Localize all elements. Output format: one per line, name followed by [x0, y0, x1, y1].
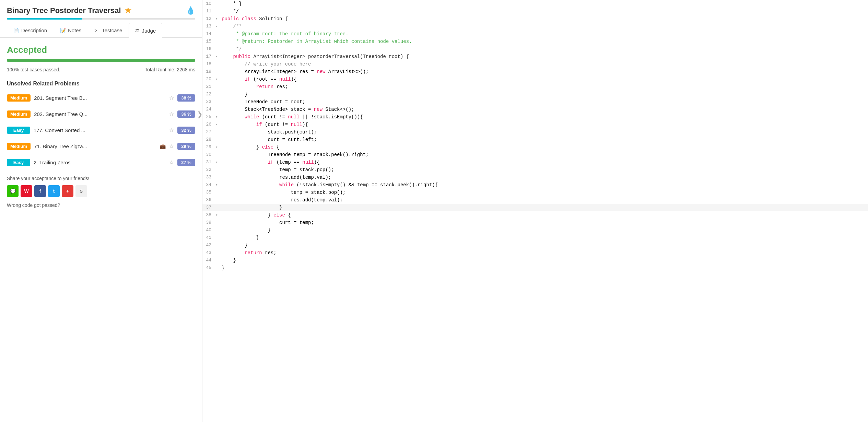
fold-indicator[interactable]: ▾: [215, 181, 222, 189]
line-number: 38: [202, 211, 215, 219]
tab-description[interactable]: 📄 Description: [7, 23, 54, 37]
star-outline-icon[interactable]: ☆: [169, 111, 174, 117]
fold-indicator[interactable]: ▾: [215, 211, 222, 219]
testcase-icon: >_: [94, 28, 100, 33]
progress-bar: [7, 18, 195, 20]
left-panel: Binary Tree Postorder Traversal ★ 💧 📄 De…: [0, 0, 202, 422]
problem-name[interactable]: 2. Trailing Zeros: [34, 160, 166, 165]
wechat-button[interactable]: 💬: [7, 185, 19, 197]
related-problems-title: Unsolved Related Problems: [7, 81, 195, 87]
star-icon[interactable]: ★: [125, 6, 131, 15]
line-number: 43: [202, 249, 215, 257]
problem-name[interactable]: 202. Segment Tree Q...: [34, 111, 166, 117]
code-content: stack.push(curt);: [222, 128, 868, 136]
line-number: 27: [202, 128, 215, 136]
fold-indicator[interactable]: ▾: [215, 143, 222, 151]
code-line: 24 Stack<TreeNode> stack = new Stack<>()…: [202, 106, 868, 113]
line-number: 18: [202, 60, 215, 68]
stats-row: 100% test cases passed. Total Runtime: 2…: [7, 67, 195, 72]
star-outline-icon[interactable]: ☆: [169, 127, 174, 133]
briefcase-icon: 💼: [160, 144, 166, 149]
tab-notes[interactable]: 📝 Notes: [54, 23, 88, 37]
difficulty-badge: Easy: [7, 127, 30, 134]
code-line: 28 curt = curt.left;: [202, 136, 868, 143]
difficulty-badge: Medium: [7, 94, 31, 102]
fold-indicator[interactable]: ▾: [215, 53, 222, 60]
code-content: if (curt != null){: [222, 121, 868, 128]
code-content: * }: [222, 0, 868, 8]
star-outline-icon[interactable]: ☆: [169, 159, 174, 166]
line-number: 19: [202, 68, 215, 75]
problem-list: Medium 201. Segment Tree B... ☆ 38 % Med…: [7, 92, 195, 169]
percent-badge: 27 %: [177, 159, 195, 166]
code-line: 32 temp = stack.pop();: [202, 166, 868, 174]
difficulty-badge: Medium: [7, 110, 31, 118]
code-line: 23 TreeNode curt = root;: [202, 98, 868, 106]
list-item: Medium 71. Binary Tree Zigza... 💼 ☆ 29 %: [7, 140, 195, 153]
fold-indicator[interactable]: ▾: [215, 15, 222, 23]
code-line: 37 }: [202, 204, 868, 211]
list-item: Medium 202. Segment Tree Q... ☆ 36 % ❯: [7, 108, 195, 120]
tab-judge-label: Judge: [142, 28, 156, 34]
line-number: 25: [202, 113, 215, 121]
code-content: while (curt != null || !stack.isEmpty())…: [222, 113, 868, 121]
problem-name[interactable]: 201. Segment Tree B...: [34, 95, 166, 101]
right-panel: 10 * }11 */12▾public class Solution {13▾…: [202, 0, 868, 422]
code-content: while (!stack.isEmpty() && temp == stack…: [222, 181, 868, 189]
percent-badge: 32 %: [177, 127, 195, 134]
weibo-button[interactable]: W: [21, 185, 32, 197]
fold-indicator[interactable]: ▾: [215, 75, 222, 83]
tab-testcase[interactable]: >_ Testcase: [88, 23, 129, 37]
facebook-button[interactable]: f: [34, 185, 46, 197]
tab-notes-label: Notes: [68, 27, 81, 33]
line-number: 17: [202, 53, 215, 60]
code-line: 33 res.add(temp.val);: [202, 174, 868, 181]
code-line: 21 return res;: [202, 83, 868, 91]
plus-button[interactable]: +: [62, 185, 73, 197]
line-number: 11: [202, 8, 215, 15]
code-line: 35 temp = stack.pop();: [202, 189, 868, 196]
notes-icon: 📝: [60, 28, 66, 33]
code-line: 17▾ public ArrayList<Integer> postorderT…: [202, 53, 868, 60]
code-line: 36 res.add(temp.val);: [202, 196, 868, 204]
fold-indicator[interactable]: ▾: [215, 159, 222, 166]
code-line: 41 }: [202, 234, 868, 242]
twitter-button[interactable]: t: [48, 185, 60, 197]
weibo-icon: W: [24, 188, 28, 194]
problem-header: Binary Tree Postorder Traversal ★ 💧: [0, 0, 202, 20]
problem-name[interactable]: 71. Binary Tree Zigza...: [34, 143, 156, 149]
percent-badge: 36 %: [177, 110, 195, 118]
line-number: 26: [202, 121, 215, 128]
line-number: 28: [202, 136, 215, 143]
code-content: } else {: [222, 143, 868, 151]
tab-judge[interactable]: ⚖ Judge: [129, 23, 162, 38]
code-content: }: [222, 226, 868, 234]
fold-indicator[interactable]: ▾: [215, 113, 222, 121]
fold-indicator[interactable]: ▾: [215, 121, 222, 128]
code-editor[interactable]: 10 * }11 */12▾public class Solution {13▾…: [202, 0, 868, 422]
code-line: 42 }: [202, 242, 868, 249]
wechat-icon: 💬: [10, 188, 16, 194]
code-content: */: [222, 45, 868, 53]
star-outline-icon[interactable]: ☆: [169, 143, 174, 150]
line-number: 44: [202, 257, 215, 264]
wrong-code-text: Wrong code got passed?: [7, 202, 195, 208]
judge-icon: ⚖: [135, 28, 140, 33]
code-line: 38▾ } else {: [202, 211, 868, 219]
line-number: 41: [202, 234, 215, 242]
line-number: 33: [202, 174, 215, 181]
line-number: 37: [202, 204, 215, 211]
code-content: * @param root: The root of binary tree.: [222, 30, 868, 38]
code-content: curt = curt.left;: [222, 136, 868, 143]
progress-bar-fill: [7, 18, 82, 20]
line-number: 21: [202, 83, 215, 91]
star-outline-icon[interactable]: ☆: [169, 95, 174, 101]
problem-name[interactable]: 177. Convert Sorted ...: [34, 127, 166, 133]
fold-indicator[interactable]: ▾: [215, 23, 222, 30]
code-line: 30 TreeNode temp = stack.peek().right;: [202, 151, 868, 159]
tabs-row: 📄 Description 📝 Notes >_ Testcase ⚖ Judg…: [0, 23, 202, 38]
code-line: 15 * @return: Postorder in ArrayList whi…: [202, 38, 868, 45]
line-number: 10: [202, 0, 215, 8]
pass-cases: 100% test cases passed.: [7, 67, 60, 72]
accepted-progress-bar: [7, 59, 195, 62]
